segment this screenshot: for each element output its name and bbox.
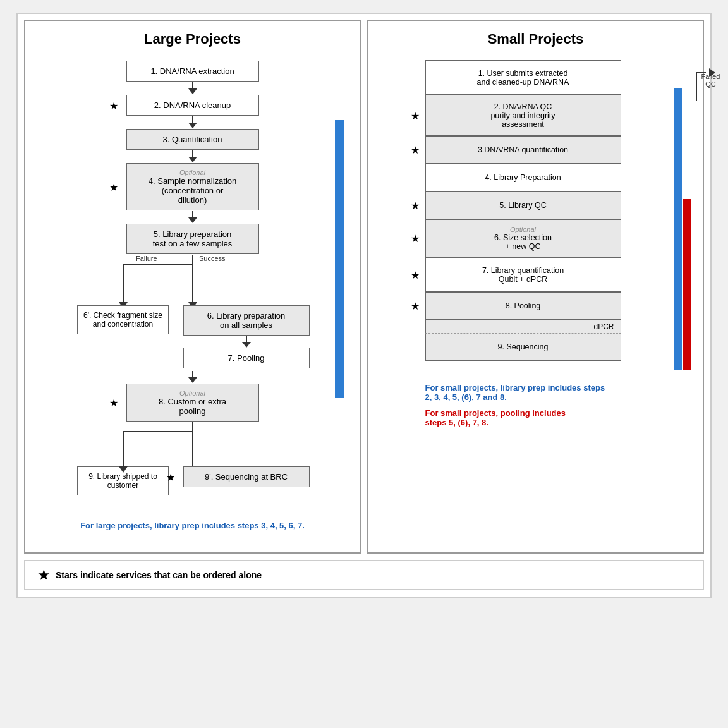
svg-text:Success: Success (199, 255, 226, 262)
conn7 (192, 371, 193, 377)
step4-star: ★ (109, 181, 118, 193)
step1-label: 1. DNA/RNA extraction (150, 66, 234, 76)
bottom-branch (73, 422, 313, 473)
failure-branch: 6'. Check fragment size and concentratio… (73, 305, 174, 334)
large-title: Large Projects (35, 31, 350, 47)
failed-qc-svg (693, 60, 728, 104)
sp-step4: 4. Library Preparation (425, 164, 621, 191)
conn1 (192, 82, 193, 88)
step6-label: 6. Library preparationon all samples (207, 311, 286, 330)
step3-row: 3. Quantification (35, 129, 350, 150)
conn6 (246, 336, 247, 342)
step7-label: 7. Pooling (228, 353, 265, 363)
sp-step1: 1. User submits extractedand cleaned-up … (425, 60, 621, 95)
step1-box: 1. DNA/RNA extraction (126, 61, 259, 82)
legend-text: Stars indicate services that can be orde… (56, 570, 262, 580)
sp-step7: ★ 7. Library quantificationQubit + dPCR (425, 257, 621, 292)
large-note: For large projects, library prep include… (80, 521, 305, 530)
sp-step5: ★ 5. Library QC (425, 191, 621, 219)
conn7-area (188, 371, 197, 383)
small-projects-panel: Small Projects FailedQC (367, 20, 704, 554)
small-note1: For small projects, library prep include… (425, 383, 621, 402)
step9-side-label: 9. Library shipped to customer (88, 472, 157, 490)
conn2 (192, 116, 193, 123)
step8-row: ★ Optional 8. Custom or extrapooling (35, 384, 350, 422)
sp-step7-star: ★ (411, 269, 420, 281)
step3-box: 3. Quantification (126, 129, 259, 150)
bottom-legend: ★ Stars indicate services that can be or… (24, 560, 704, 590)
step9prime-col: ★ 9'. Sequencing at BRC (180, 466, 313, 487)
svg-text:Failure: Failure (136, 255, 157, 262)
sp-step6-optional: Optional (494, 226, 552, 233)
step9prime-label: 9'. Sequencing at BRC (205, 472, 288, 482)
sp-step8-label: 8. Pooling (506, 301, 541, 310)
step9prime-box: ★ 9'. Sequencing at BRC (183, 466, 310, 487)
small-red-bar (683, 199, 691, 370)
sp-step3: ★ 3.DNA/RNA quantification (425, 136, 621, 164)
sp-step8: ★ 8. Pooling (425, 292, 621, 320)
step4-label: 4. Sample normalization(concentration or… (149, 176, 236, 205)
sp-step2-label: 2. DNA/RNA QCpurity and integrityassessm… (490, 102, 555, 129)
step6-box: 6. Library preparationon all samples (183, 305, 310, 336)
step9prime-star: ★ (166, 471, 175, 483)
step5-label: 5. Library preparationtest on a few samp… (153, 229, 233, 248)
conn3 (192, 150, 193, 157)
svg-marker-16 (709, 68, 715, 77)
sp-step6: ★ Optional 6. Size selection+ new QC (425, 219, 621, 257)
step2-row: ★ 2. DNA/RNA cleanup (35, 95, 350, 116)
sp-step3-star: ★ (411, 144, 420, 156)
step3-label: 3. Quantification (163, 135, 222, 144)
sp-step5-label: 5. Library QC (499, 201, 546, 210)
top-section: Large Projects 1. DNA/RNA extraction ★ (24, 20, 704, 554)
dpcr-label: dPCR (425, 320, 621, 333)
step4-box: ★ Optional 4. Sample normalization(conce… (126, 163, 259, 210)
arr2 (188, 123, 197, 128)
main-container: Large Projects 1. DNA/RNA extraction ★ (16, 13, 712, 598)
arr6 (242, 342, 251, 348)
large-blue-bar (335, 120, 344, 398)
step2-label: 2. DNA/RNA cleanup (154, 100, 231, 110)
step6prime-label: 6'. Check fragment size and concentratio… (83, 311, 162, 329)
branch-boxes: 6'. Check fragment size and concentratio… (73, 305, 313, 368)
step8-optional: Optional (133, 389, 252, 397)
branch-svg: Failure Success (73, 255, 313, 312)
success-branch: 6. Library preparationon all samples 7. … (180, 305, 313, 368)
step5-row: 5. Library preparationtest on a few samp… (35, 224, 350, 254)
sp-step2-star: ★ (411, 109, 420, 121)
step7-box: 7. Pooling (183, 348, 310, 368)
small-notes: For small projects, library prep include… (425, 373, 621, 427)
step4-row: ★ Optional 4. Sample normalization(conce… (35, 163, 350, 210)
arr1 (188, 88, 197, 94)
step8-star: ★ (109, 397, 118, 409)
sp-step1-label: 1. User submits extractedand cleaned-up … (477, 69, 569, 87)
step2-box: ★ 2. DNA/RNA cleanup (126, 95, 259, 116)
conn4 (192, 211, 193, 217)
small-note2: For small projects, pooling includesstep… (425, 408, 621, 427)
legend-star: ★ (38, 567, 49, 583)
large-note-area: For large projects, library prep include… (80, 511, 305, 530)
arr3 (188, 157, 197, 162)
arr4 (188, 217, 197, 223)
step4-optional: Optional (133, 169, 252, 176)
sp-step5-star: ★ (411, 200, 420, 212)
arr7 (188, 377, 197, 383)
bottom-svg (73, 422, 313, 473)
small-title: Small Projects (378, 31, 693, 47)
step6prime-box: 6'. Check fragment size and concentratio… (77, 305, 169, 334)
sp-step6-label: 6. Size selection+ new QC (494, 233, 552, 251)
step1-row: 1. DNA/RNA extraction (35, 61, 350, 82)
sp-step9: ★ 9. Sequencing (425, 333, 621, 361)
large-projects-panel: Large Projects 1. DNA/RNA extraction ★ (24, 20, 361, 554)
sp-step3-label: 3.DNA/RNA quantification (478, 145, 568, 154)
small-blue-bar (674, 88, 682, 370)
step5-box: 5. Library preparationtest on a few samp… (126, 224, 259, 254)
step8-label: 8. Custom or extrapooling (159, 397, 226, 416)
small-flow-wrapper: FailedQC 1. User submits extractedand cl… (378, 60, 693, 427)
sp-step9-label: 9. Sequencing (498, 343, 549, 351)
sp-step7-label: 7. Library quantificationQubit + dPCR (482, 266, 564, 284)
branch-section: Failure Success (73, 255, 313, 312)
sp-step4-label: 4. Library Preparation (485, 173, 561, 182)
small-steps-container: 1. User submits extractedand cleaned-up … (425, 60, 621, 361)
step2-star: ★ (109, 99, 118, 111)
sp-step6-star: ★ (411, 233, 420, 245)
